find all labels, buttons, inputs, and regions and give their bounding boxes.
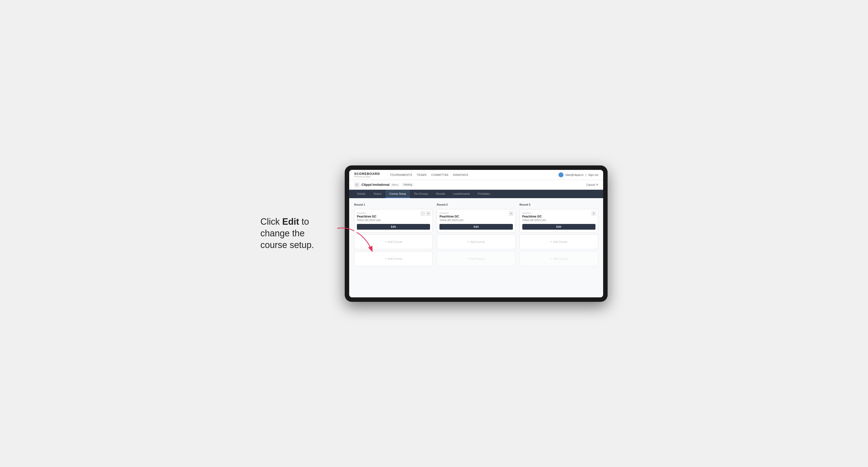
rounds-grid: Round 1 ⋮⋮ ✕ Course A Peachtree GC Yello… [354,203,598,266]
nav-tournaments[interactable]: TOURNAMENTS [390,173,412,177]
round-1-course-name: Peachtree GC [357,215,430,218]
round-1-drag-handle[interactable]: ⋮⋮ [421,211,425,216]
round-1-course-card: ⋮⋮ ✕ Course A Peachtree GC Yellow (M) (6… [354,209,433,232]
page-wrapper: Click Edit to change the course setup. S… [260,165,608,302]
round-3-card-actions: ✕ [591,211,596,216]
round-3-course-card: ✕ Course A Peachtree GC Yellow (M) (6629… [520,209,598,232]
nav-separator: | [586,174,586,176]
round-3-edit-button[interactable]: Edit [522,224,595,230]
round-1-plus-icon-2: + [385,257,387,260]
sub-header-right: Cancel ✕ [587,183,598,186]
logo-scoreboard: SCOREBOARD [354,172,380,176]
round-1-add-course-label-2: Add Course [388,257,402,260]
tab-bar: Details Teams Course Setup Tee Groups Re… [349,190,603,198]
tab-details[interactable]: Details [353,190,370,198]
nav-committee[interactable]: COMMITTEE [431,173,449,177]
logo-sub: Powered by clippd [354,176,380,178]
round-3-plus-icon-1: + [550,240,552,244]
sign-out-link[interactable]: Sign out [588,174,598,176]
nav-rankings[interactable]: RANKINGS [453,173,468,177]
round-2-delete-btn[interactable]: ✕ [509,211,514,216]
logo-area: SCOREBOARD Powered by clippd [354,172,380,178]
top-nav-links: TOURNAMENTS TEAMS COMMITTEE RANKINGS [390,173,553,177]
clippd-icon: C [354,182,360,187]
instruction-area: Click Edit to change the course setup. [260,216,330,251]
tab-printables[interactable]: Printables [474,190,494,198]
round-1-card-actions: ⋮⋮ ✕ [421,211,431,216]
user-email: blair@clippd.io [565,174,583,176]
round-1-plus-icon-1: + [385,240,387,244]
user-avatar [558,173,563,177]
tab-tee-groups[interactable]: Tee Groups [410,190,432,198]
tablet-screen: SCOREBOARD Powered by clippd TOURNAMENTS… [349,170,603,298]
tournament-name: Clippd Invitational [362,183,390,187]
cancel-x[interactable]: ✕ [596,183,598,186]
round-3-add-course-1[interactable]: + Add Course [520,235,598,249]
tab-teams[interactable]: Teams [370,190,385,198]
round-1-label: Round 1 [354,203,433,206]
round-2-add-course-label-1: Add Course [470,240,485,243]
round-3-course-details: Yellow (M) (6629 yds) [522,219,595,221]
nav-teams[interactable]: TEAMS [416,173,427,177]
round-1-course-details: Yellow (M) (6629 yds) [357,219,430,221]
round-2-add-course-2: + Add Course [437,251,515,266]
cancel-link[interactable]: Cancel [587,183,595,186]
round-1-course-type: Course A [357,212,430,214]
round-2-plus-icon-1: + [467,240,469,244]
round-3-column: Round 3 ✕ Course A Peachtree GC Yellow (… [520,203,598,266]
round-2-course-type: Course A [439,212,513,214]
tablet: SCOREBOARD Powered by clippd TOURNAMENTS… [345,165,608,302]
round-1-add-course-label-1: Add Course [388,240,402,243]
main-content: Round 1 ⋮⋮ ✕ Course A Peachtree GC Yello… [349,198,603,298]
round-2-plus-icon-2: + [467,257,469,260]
round-1-delete-btn[interactable]: ✕ [426,211,431,216]
hosting-badge: Hosting [402,183,414,187]
round-3-label: Round 3 [520,203,598,206]
round-3-course-type: Course A [522,212,595,214]
round-3-plus-icon-2: + [550,257,552,260]
round-2-course-name: Peachtree GC [439,215,513,218]
round-2-add-course-1[interactable]: + Add Course [437,235,515,249]
tab-leaderboards[interactable]: Leaderboards [449,190,474,198]
round-2-column: Round 2 ✕ Course A Peachtree GC Yellow (… [437,203,515,266]
instruction-text: Click Edit to change the course setup. [260,216,330,251]
round-3-course-name: Peachtree GC [522,215,595,218]
round-2-add-course-label-2: Add Course [470,257,485,260]
round-3-add-course-label-2: Add Course [553,257,567,260]
round-2-course-details: Yellow (M) (6629 yds) [439,219,513,221]
round-1-edit-button[interactable]: Edit [357,224,430,230]
round-3-add-course-2: + Add Course [520,251,598,266]
tournament-gender: (Men) [392,183,399,186]
top-nav: SCOREBOARD Powered by clippd TOURNAMENTS… [349,170,603,180]
tab-course-setup[interactable]: Course Setup [385,190,410,198]
round-2-card-actions: ✕ [509,211,514,216]
round-2-label: Round 2 [437,203,515,206]
round-3-add-course-label-1: Add Course [553,240,567,243]
sub-header: C Clippd Invitational (Men) Hosting Canc… [349,180,603,190]
nav-user-area: blair@clippd.io | Sign out [558,173,598,177]
round-1-add-course-2[interactable]: + Add Course [354,251,433,266]
round-3-delete-btn[interactable]: ✕ [591,211,596,216]
tab-results[interactable]: Results [432,190,449,198]
round-2-edit-button[interactable]: Edit [439,224,513,230]
round-2-course-card: ✕ Course A Peachtree GC Yellow (M) (6629… [437,209,515,232]
edit-bold: Edit [282,217,299,227]
